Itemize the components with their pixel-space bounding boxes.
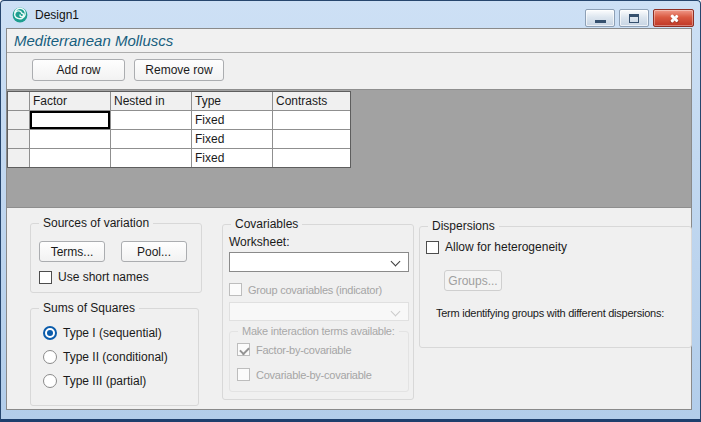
allow-heterogeneity-checkbox[interactable]: Allow for heterogeneity <box>426 240 567 254</box>
sums-of-squares-group: Sums of Squares Type I (sequential) Type… <box>30 308 199 406</box>
group-covariables-checkbox: Group covariables (indicator) <box>229 283 382 296</box>
design-title-bar: Mediterranean Molluscs <box>7 29 691 53</box>
remove-row-button[interactable]: Remove row <box>134 59 224 81</box>
cell-contrasts-2[interactable] <box>273 130 350 148</box>
column-header-contrasts[interactable]: Contrasts <box>273 92 350 110</box>
covariables-label: Covariables <box>231 217 302 232</box>
row-selector-1[interactable] <box>8 111 29 129</box>
chevron-down-icon <box>391 257 401 267</box>
sources-of-variation-label: Sources of variation <box>39 216 153 231</box>
interaction-terms-group: Make interaction terms available: Factor… <box>229 331 409 392</box>
window-title: Design1 <box>35 8 79 22</box>
checkbox-icon <box>229 283 242 296</box>
dispersion-term-label: Term identifying groups with different d… <box>436 307 664 319</box>
checkbox-icon[interactable] <box>39 271 52 284</box>
worksheet-dropdown[interactable] <box>229 252 409 272</box>
cell-nested-in-2[interactable] <box>111 130 191 148</box>
sources-of-variation-group: Sources of variation Terms... Pool... Us… <box>30 223 202 293</box>
row-selector-2[interactable] <box>8 130 29 148</box>
maximize-button[interactable] <box>619 9 649 27</box>
factor-by-covariable-label: Factor-by-covariable <box>256 344 351 356</box>
cell-nested-in-1[interactable] <box>111 111 191 129</box>
column-header-type[interactable]: Type <box>192 92 272 110</box>
factor-table: Factor Nested in Type Contrasts Fixed Fi… <box>7 91 351 168</box>
minimize-button[interactable] <box>585 9 615 27</box>
cell-factor-3[interactable] <box>30 149 110 167</box>
allow-heterogeneity-label: Allow for heterogeneity <box>445 240 567 254</box>
checkbox-icon[interactable] <box>426 241 439 254</box>
use-short-names-checkbox[interactable]: Use short names <box>39 270 149 284</box>
covariable-by-covariable-checkbox: Covariable-by-covariable <box>237 368 372 381</box>
cell-type-3[interactable]: Fixed <box>192 149 272 167</box>
column-header-nested-in[interactable]: Nested in <box>111 92 191 110</box>
close-button[interactable] <box>653 9 694 27</box>
radio-icon[interactable] <box>43 374 57 388</box>
factor-grid-area: Factor Nested in Type Contrasts Fixed Fi… <box>7 89 691 208</box>
dialog-content: Mediterranean Molluscs Add row Remove ro… <box>6 28 692 410</box>
covariable-by-covariable-label: Covariable-by-covariable <box>256 369 372 381</box>
radio-label: Type II (conditional) <box>63 350 168 364</box>
column-header-factor[interactable]: Factor <box>30 92 110 110</box>
title-bar[interactable]: Design1 <box>1 1 700 28</box>
factor-by-covariable-checkbox: Factor-by-covariable <box>237 343 351 356</box>
radio-label: Type I (sequential) <box>63 326 162 340</box>
group-covariables-dropdown <box>229 302 409 321</box>
covariables-group: Covariables Worksheet: Group covariables… <box>222 224 414 400</box>
row-selector-3[interactable] <box>8 149 29 167</box>
cell-type-2[interactable]: Fixed <box>192 130 272 148</box>
maximize-icon <box>629 14 639 23</box>
radio-icon[interactable] <box>43 326 57 340</box>
radio-label: Type III (partial) <box>63 374 146 388</box>
sums-of-squares-label: Sums of Squares <box>39 301 139 316</box>
checkbox-icon <box>237 343 250 356</box>
dispersions-label: Dispersions <box>428 219 499 234</box>
interaction-terms-label: Make interaction terms available: <box>238 324 399 339</box>
cell-type-1[interactable]: Fixed <box>192 111 272 129</box>
use-short-names-label: Use short names <box>58 270 149 284</box>
group-covariables-label: Group covariables (indicator) <box>248 284 382 296</box>
groups-button: Groups... <box>444 270 502 291</box>
cell-nested-in-3[interactable] <box>111 149 191 167</box>
cell-contrasts-3[interactable] <box>273 149 350 167</box>
cell-factor-1[interactable] <box>30 111 110 129</box>
radio-type-1-sequential[interactable]: Type I (sequential) <box>43 326 162 340</box>
worksheet-label: Worksheet: <box>229 235 289 249</box>
checkbox-icon <box>237 368 250 381</box>
design-dialog-window: Design1 Mediterranean Molluscs Add row R… <box>0 0 701 422</box>
cell-factor-2[interactable] <box>30 130 110 148</box>
design-title: Mediterranean Molluscs <box>14 32 173 49</box>
window-controls <box>585 9 694 27</box>
chevron-down-icon <box>391 307 401 317</box>
close-icon <box>668 13 679 24</box>
radio-type-2-conditional[interactable]: Type II (conditional) <box>43 350 168 364</box>
spiral-logo-icon <box>12 7 28 23</box>
terms-button[interactable]: Terms... <box>39 241 105 262</box>
cell-contrasts-1[interactable] <box>273 111 350 129</box>
minimize-icon <box>595 20 606 23</box>
radio-icon[interactable] <box>43 350 57 364</box>
dispersions-group: Dispersions Allow for heterogeneity Grou… <box>419 226 692 348</box>
pool-button[interactable]: Pool... <box>121 241 187 262</box>
add-row-button[interactable]: Add row <box>32 59 125 81</box>
row-header-corner <box>8 92 29 110</box>
radio-type-3-partial[interactable]: Type III (partial) <box>43 374 146 388</box>
